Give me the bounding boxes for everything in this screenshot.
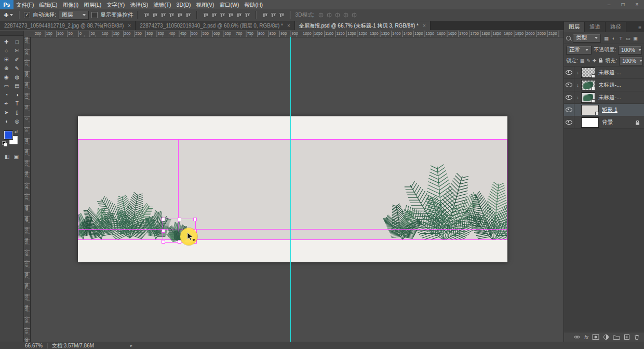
clone-stamp-tool[interactable]: ◉ (1, 73, 12, 82)
marquee-tool[interactable]: □ (12, 37, 23, 46)
vertical-guide[interactable] (290, 37, 291, 342)
dodge-tool[interactable]: ◑ (12, 90, 23, 99)
show-transform-checkbox[interactable] (91, 12, 98, 18)
3d-slide-icon[interactable] (342, 11, 350, 19)
layer-list-empty-area[interactable] (564, 129, 644, 332)
crop-tool[interactable]: ⊞ (1, 55, 12, 64)
layer-row-0[interactable]: ↓未标题-... (564, 66, 644, 79)
align-hcenter-icon[interactable] (176, 11, 184, 19)
shape-tool[interactable]: ▯ (12, 108, 23, 117)
3d-rotate-icon[interactable] (317, 11, 325, 19)
distribute-hcenter-icon[interactable] (235, 11, 243, 19)
menubar-item-5[interactable]: 选择(S) (127, 0, 151, 9)
distribute-bottom-icon[interactable] (218, 11, 226, 19)
align-right-icon[interactable] (184, 11, 192, 19)
shape-filter-icon[interactable]: ▭ (625, 35, 632, 41)
pen-tool[interactable]: ✒ (1, 99, 12, 108)
minimize-button[interactable]: – (602, 0, 616, 9)
tab-close-icon[interactable]: × (128, 23, 131, 29)
smart-filter-icon[interactable]: ▣ (632, 35, 639, 41)
doc-tab-2[interactable]: 全屏海报.psd @ 66.7% (未标题-1 拷贝 3, RGB/8#) *× (295, 21, 431, 30)
align-top-icon[interactable] (142, 11, 151, 19)
type-tool[interactable]: T (12, 99, 23, 108)
distribute-left-icon[interactable] (226, 11, 235, 19)
layer-style-icon[interactable]: fx (584, 334, 588, 340)
eraser-tool[interactable]: ▭ (1, 82, 12, 90)
swap-colors-icon[interactable]: ⇄ (15, 129, 18, 134)
zoom-level-field[interactable]: 66.67% (25, 343, 43, 348)
distribute-vcenter-icon[interactable] (210, 11, 218, 19)
doc-tab-0[interactable]: 22874273_105944812719_2.jpg @ 88.7%(RGB/… (0, 21, 136, 30)
adjustment-layer-icon[interactable] (603, 334, 609, 340)
transform-handle-w[interactable] (162, 229, 165, 233)
status-expand-icon[interactable]: ▸ (130, 343, 132, 348)
panel-menu-icon[interactable]: ≡ (638, 25, 644, 32)
transform-handle-n[interactable] (178, 218, 181, 221)
close-button[interactable]: × (630, 0, 644, 9)
doc-tab-1[interactable]: 22874273_110502019340_2.psd @ 60.6% (图层 … (136, 21, 295, 30)
transform-handle-sw[interactable] (162, 240, 165, 244)
healing-brush-tool[interactable]: ⊕ (1, 64, 12, 73)
visibility-toggle[interactable] (564, 91, 574, 103)
menubar-item-1[interactable]: 编辑(E) (36, 0, 60, 9)
layer-thumbnail[interactable] (581, 68, 595, 78)
banner-artwork-area[interactable] (78, 139, 507, 240)
3d-roll-icon[interactable] (325, 11, 333, 19)
layer-thumbnail[interactable] (581, 105, 599, 115)
gradient-tool[interactable]: ▤ (12, 82, 23, 90)
opacity-dropdown[interactable]: 100% (618, 46, 642, 55)
lock-transparency-icon[interactable]: ▦ (580, 58, 585, 63)
visibility-toggle[interactable] (564, 66, 574, 78)
visibility-toggle[interactable] (564, 116, 574, 128)
distribute-right-icon[interactable] (243, 11, 251, 19)
current-tool-icon[interactable]: ✚ (2, 12, 15, 19)
link-layers-icon[interactable] (573, 334, 581, 340)
menubar-item-7[interactable]: 3D(D) (174, 0, 194, 9)
lock-position-icon[interactable]: ✚ (593, 58, 597, 63)
transform-handle-nw[interactable] (162, 218, 165, 221)
menubar-item-0[interactable]: 文件(F) (14, 0, 36, 9)
foreground-color-swatch[interactable] (4, 131, 12, 139)
layer-thumbnail[interactable] (581, 80, 595, 90)
auto-align-icon[interactable] (261, 11, 269, 19)
align-vcenter-icon[interactable] (151, 11, 159, 19)
new-layer-icon[interactable] (624, 334, 630, 340)
brush-tool[interactable]: ✎ (12, 64, 23, 73)
menubar-item-8[interactable]: 视图(V) (194, 0, 217, 9)
layer-row-1[interactable]: ↓未标题-... (564, 79, 644, 91)
3d-scale-icon[interactable] (350, 11, 358, 19)
quick-select-tool[interactable]: ✄ (12, 46, 23, 55)
filter-type-dropdown[interactable]: 类型 (573, 34, 601, 43)
horizontal-ruler[interactable]: 2001501005005010015020025030035040045050… (30, 31, 564, 37)
blend-mode-dropdown[interactable]: 正常 (566, 46, 592, 55)
toolbar-collapse-handle[interactable] (0, 31, 23, 36)
quick-mask-icon[interactable]: ◧ (5, 154, 9, 159)
fill-dropdown[interactable]: 100% (619, 57, 643, 65)
layer-row-3[interactable]: 矩形 1 (564, 104, 644, 116)
zoom-tool[interactable]: ◎ (12, 117, 23, 126)
layer-group-icon[interactable] (613, 334, 620, 340)
path-select-tool[interactable]: ➤ (1, 108, 12, 117)
auto-select-checkbox[interactable]: ✓ (24, 12, 30, 18)
panel-tab-1[interactable]: 通道 (585, 22, 606, 32)
type-filter-icon[interactable]: T (618, 35, 624, 41)
menubar-item-10[interactable]: 帮助(H) (242, 0, 266, 9)
layer-row-4[interactable]: 背景 (564, 116, 644, 129)
layer-thumbnail[interactable] (581, 117, 599, 128)
transform-handle-ne[interactable] (193, 218, 197, 221)
visibility-toggle[interactable] (564, 104, 574, 116)
screen-mode-icon[interactable]: ▣ (14, 154, 19, 159)
tab-close-icon[interactable]: × (287, 23, 290, 29)
delete-layer-icon[interactable] (634, 334, 640, 340)
vertical-ruler[interactable]: 3503002502001501005005010015020025030035… (24, 37, 31, 342)
auto-select-target-dropdown[interactable]: 图层 (59, 11, 89, 20)
lock-pixels-icon[interactable]: ✎ (586, 58, 591, 63)
3d-drag-icon[interactable] (333, 11, 342, 19)
blur-tool[interactable]: ◔ (1, 90, 12, 99)
distribute-top-icon[interactable] (202, 11, 210, 19)
move-tool[interactable]: ✚ (1, 37, 12, 46)
workspace-icon[interactable] (277, 11, 286, 19)
menubar-item-6[interactable]: 滤镜(T) (151, 0, 173, 9)
pixel-filter-icon[interactable]: ▦ (603, 35, 610, 41)
default-colors-icon[interactable] (2, 141, 7, 146)
